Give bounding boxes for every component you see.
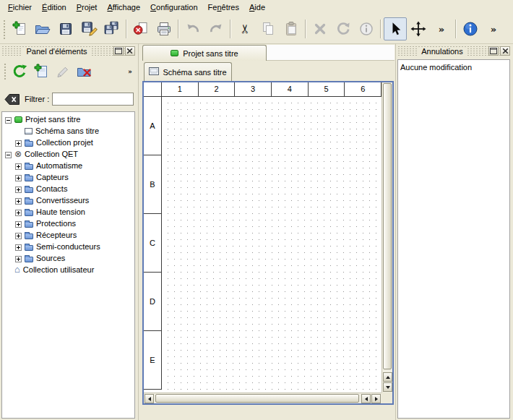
main-toolbar: ✂»» — [0, 14, 513, 44]
redo-button[interactable] — [204, 17, 228, 40]
panel-toolbar-grip[interactable] — [3, 62, 7, 81]
tree-item[interactable]: Contacts — [2, 183, 134, 194]
menu-aide[interactable]: Aide — [244, 1, 270, 13]
toolbar-separator — [126, 20, 127, 38]
menu-edition[interactable]: Édition — [37, 1, 72, 13]
tree-item[interactable]: Automatisme — [2, 160, 134, 171]
undo-list-item[interactable]: Aucune modification — [400, 61, 507, 73]
move-mode-button[interactable] — [407, 17, 430, 40]
open-document-button[interactable] — [31, 17, 54, 40]
folder-icon — [25, 187, 33, 193]
row-header: B — [144, 155, 162, 214]
filter-input[interactable] — [52, 93, 134, 106]
tree-item[interactable]: ⌂Collection utilisateur — [2, 264, 134, 275]
delete-button[interactable] — [309, 17, 332, 40]
tree-item[interactable]: Semi-conducteurs — [2, 241, 134, 252]
tree-expander[interactable] — [15, 197, 22, 204]
select-mode-button[interactable] — [384, 17, 407, 40]
menu-bar: FichierÉditionProjetAffichageConfigurati… — [0, 0, 513, 14]
svg-text:»: » — [439, 24, 444, 35]
tree-item[interactable]: Capteurs — [2, 171, 134, 183]
close-undo-panel-button[interactable] — [500, 46, 510, 56]
row-header: E — [144, 331, 162, 390]
tree-expander[interactable] — [15, 186, 22, 192]
tree-item[interactable]: Haute tension — [2, 206, 134, 218]
delete-element-button[interactable] — [74, 61, 95, 82]
tree-expander[interactable] — [5, 151, 12, 158]
rotate-button[interactable] — [332, 17, 355, 40]
schema-canvas[interactable] — [162, 97, 381, 393]
new-document-button[interactable] — [8, 17, 31, 40]
tree-item[interactable]: Récepteurs — [2, 229, 134, 241]
toolbar-overflow-button[interactable]: » — [430, 17, 453, 40]
scroll-down-button[interactable] — [383, 382, 392, 392]
horizontal-scrollbar[interactable] — [144, 393, 381, 403]
schema-tab[interactable]: Schéma sans titre — [144, 62, 232, 81]
folder-icon — [25, 164, 33, 170]
tree-item[interactable]: ⊗Collection QET — [2, 148, 134, 160]
float-panel-button[interactable] — [113, 46, 124, 56]
menu-affichage[interactable]: Affichage — [102, 1, 145, 13]
tree-expander-none — [5, 267, 12, 273]
vertical-scrollbar-thumb[interactable] — [383, 83, 392, 369]
scroll-up-button[interactable] — [383, 372, 392, 382]
tree-expander[interactable] — [15, 220, 22, 227]
column-headers: 123456 — [162, 82, 381, 97]
tree-expander[interactable] — [15, 244, 22, 250]
reload-collections-button[interactable] — [9, 61, 30, 82]
tree-expander[interactable] — [15, 174, 22, 181]
float-undo-panel-button[interactable] — [488, 46, 499, 56]
tree-item[interactable]: Collection projet — [2, 137, 134, 148]
tree-expander[interactable] — [15, 163, 22, 169]
tree-expander[interactable] — [15, 232, 22, 239]
toolbar-overflow-2-button[interactable]: » — [482, 17, 505, 40]
menu-fenetres[interactable]: Fenêtres — [203, 1, 244, 13]
save-all-button[interactable] — [100, 17, 124, 40]
tree-item[interactable]: Schéma sans titre — [2, 125, 134, 137]
tree-item-label: Haute tension — [36, 206, 85, 218]
menu-fichier[interactable]: Fichier — [3, 1, 37, 13]
about-button[interactable] — [459, 17, 482, 40]
tree-expander[interactable] — [5, 116, 12, 123]
filter-row: Filtrer : — [3, 91, 134, 107]
tree-expander[interactable] — [15, 209, 22, 215]
element-info-button[interactable] — [355, 17, 378, 40]
new-element-button[interactable] — [30, 61, 52, 82]
menu-projet[interactable]: Projet — [72, 1, 103, 13]
tree-item[interactable]: Projet sans titre — [2, 113, 134, 125]
horizontal-scrollbar-thumb[interactable] — [155, 394, 359, 403]
row-header: A — [144, 97, 162, 155]
folder-icon — [25, 141, 33, 147]
clear-filter-button[interactable] — [3, 93, 22, 106]
undo-button[interactable] — [181, 17, 204, 40]
project-tab[interactable]: Projet sans titre — [142, 45, 267, 61]
elements-panel-titlebar[interactable]: Panel d'éléments — [1, 46, 135, 56]
menu-configuration[interactable]: Configuration — [145, 1, 202, 13]
tree-item[interactable]: Convertisseurs — [2, 194, 134, 206]
scroll-left-button[interactable] — [145, 394, 154, 403]
tree-item[interactable]: Protections — [2, 218, 134, 229]
tree-expander[interactable] — [15, 255, 22, 262]
close-panel-button[interactable] — [125, 46, 135, 56]
paste-button[interactable] — [280, 17, 303, 40]
tree-expander[interactable] — [15, 140, 22, 146]
main-toolbar-buttons: ✂»» — [8, 17, 512, 40]
cut-button[interactable]: ✂ — [233, 17, 256, 40]
save-button[interactable] — [54, 17, 77, 40]
undo-list: Aucune modification — [397, 59, 510, 419]
tree-item-label: Collection utilisateur — [23, 264, 94, 275]
edit-element-button[interactable] — [52, 61, 74, 82]
undo-panel-titlebar[interactable]: Annulations — [397, 46, 510, 56]
column-header: 2 — [199, 82, 236, 97]
scroll-left-button-2[interactable] — [361, 394, 371, 403]
save-as-button[interactable] — [77, 17, 100, 40]
toolbar-separator — [455, 20, 457, 38]
vertical-scrollbar[interactable] — [381, 82, 392, 393]
panel-overflow-button[interactable]: » — [124, 61, 137, 82]
tree-item[interactable]: Sources — [2, 252, 134, 264]
scroll-right-button[interactable] — [371, 394, 381, 403]
toolbar-grip[interactable] — [2, 19, 7, 39]
copy-button[interactable] — [256, 17, 280, 40]
print-button[interactable] — [152, 17, 176, 40]
close-file-button[interactable] — [129, 17, 152, 40]
